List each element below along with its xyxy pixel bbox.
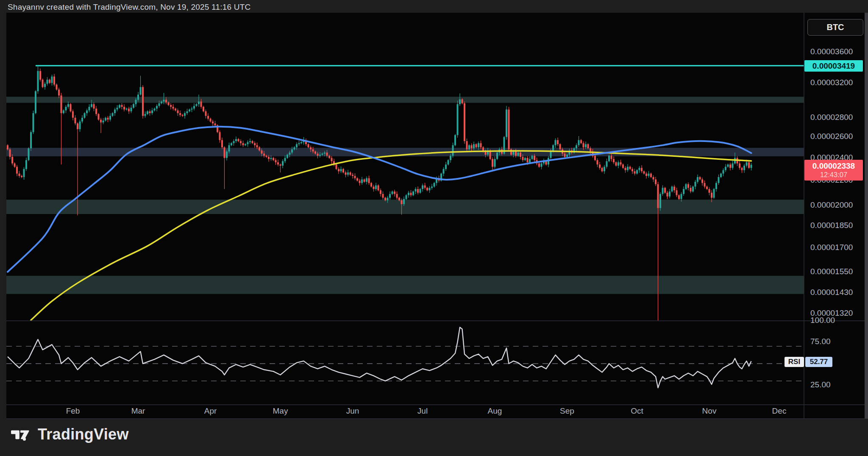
time-axis-label-sep: Sep	[560, 406, 574, 415]
resistance-price-label: 0.00003419	[804, 60, 863, 72]
price-zone-1	[6, 97, 804, 103]
price-axis-label: 0.00002800	[810, 113, 853, 122]
price-axis-label: 0.00002000	[810, 200, 853, 209]
price-zone-4	[6, 276, 804, 294]
chart-canvas[interactable]: 0.000036000.000032000.000028000.00002600…	[0, 0, 868, 456]
last-price-text: 0.00002338	[812, 161, 855, 171]
tradingview-screenshot: 0.000036000.000032000.000028000.00002600…	[0, 0, 868, 456]
time-axis-label-dec: Dec	[772, 406, 787, 415]
tradingview-footer[interactable]: TradingView	[11, 425, 129, 443]
price-axis-label: 0.00002600	[810, 132, 853, 141]
rsi-axis-label: 100.00	[810, 316, 835, 325]
rsi-value-chip: 52.77	[805, 357, 832, 367]
time-axis-label-jul: Jul	[417, 406, 428, 415]
rsi-value-badges: RSI 52.77	[785, 357, 832, 367]
chart-background	[6, 13, 865, 419]
time-axis-label-mar: Mar	[131, 406, 145, 415]
time-axis-label-feb: Feb	[66, 406, 80, 415]
price-axis-label: 0.00001850	[810, 221, 853, 230]
price-axis-label: 0.00001700	[810, 243, 853, 252]
price-axis-label: 0.00003600	[810, 47, 853, 56]
symbol-button[interactable]: BTC	[807, 19, 863, 36]
rsi-axis-label: 25.00	[810, 380, 831, 389]
resistance-price-text: 0.00003419	[812, 61, 855, 71]
time-axis-label-jun: Jun	[346, 406, 359, 415]
price-axis-label: 0.00003200	[810, 78, 853, 87]
tradingview-brand-text: TradingView	[38, 425, 129, 443]
tradingview-logo-icon	[11, 426, 32, 443]
price-axis-label: 0.00001430	[810, 288, 853, 297]
time-axis-label-aug: Aug	[488, 406, 502, 415]
rsi-name-chip: RSI	[785, 357, 804, 367]
price-zone-3	[6, 200, 804, 214]
attribution-title: Shayannv created with TradingView.com, N…	[8, 3, 250, 12]
price-axis-label: 0.00001550	[810, 267, 853, 276]
time-axis-label-may: May	[273, 406, 288, 415]
time-axis-label-apr: Apr	[204, 406, 217, 415]
symbol-button-label: BTC	[826, 22, 844, 32]
last-price-label: 0.00002338 12:43:07	[804, 160, 863, 181]
window-edge-strip	[865, 13, 868, 419]
bar-countdown-text: 12:43:07	[820, 171, 847, 179]
rsi-axis-label: 75.00	[810, 337, 831, 346]
time-axis-label-nov: Nov	[702, 406, 717, 415]
time-axis-label-oct: Oct	[631, 406, 643, 415]
